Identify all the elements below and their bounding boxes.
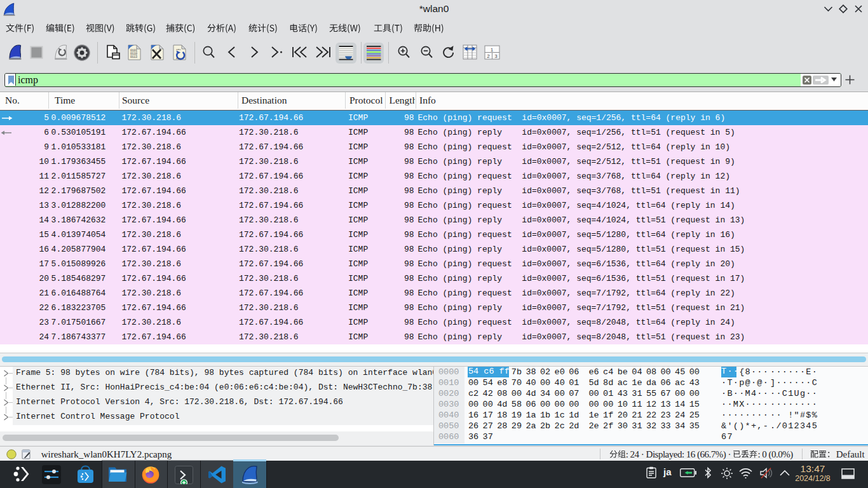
svg-text:101: 101 bbox=[176, 48, 181, 51]
svg-text:0113: 0113 bbox=[130, 55, 137, 58]
svg-text:011: 011 bbox=[176, 57, 181, 60]
svg-text:1: 1 bbox=[491, 47, 493, 53]
svg-text:2: 2 bbox=[487, 53, 490, 59]
svg-text:3: 3 bbox=[495, 53, 498, 59]
